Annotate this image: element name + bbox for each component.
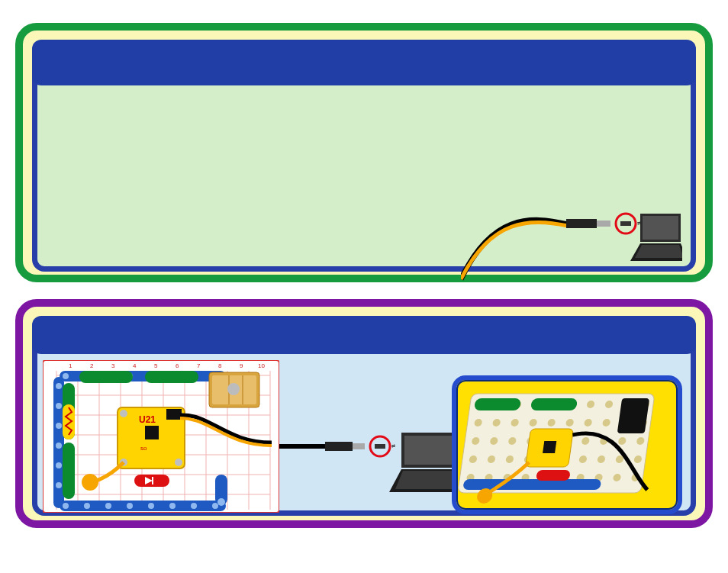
module-label: U21 bbox=[279, 360, 280, 361]
svg-point-61 bbox=[56, 462, 62, 468]
svg-text:⇄: ⇄ bbox=[391, 444, 395, 449]
svg-point-49 bbox=[63, 503, 69, 509]
svg-rect-151 bbox=[617, 398, 649, 433]
svg-marker-6 bbox=[643, 216, 678, 240]
svg-rect-1 bbox=[597, 221, 610, 227]
svg-text:10: 10 bbox=[258, 362, 265, 369]
svg-marker-94 bbox=[404, 436, 456, 465]
svg-point-60 bbox=[56, 443, 62, 449]
usb-to-laptop-illustration-top: ⇄ bbox=[461, 208, 682, 281]
svg-text:so: so bbox=[140, 445, 147, 452]
svg-text:2: 2 bbox=[90, 362, 94, 369]
svg-rect-64 bbox=[63, 443, 75, 499]
circuit-grid-diagram: 123 456 789 10 bbox=[43, 360, 279, 513]
svg-rect-88 bbox=[325, 442, 353, 451]
svg-point-72 bbox=[227, 383, 240, 395]
svg-rect-0 bbox=[566, 219, 597, 228]
usb-to-laptop-illustration-bottom: ⇄ bbox=[279, 425, 478, 501]
svg-point-58 bbox=[56, 403, 62, 409]
svg-text:9: 9 bbox=[240, 362, 243, 369]
svg-marker-8 bbox=[635, 245, 682, 258]
svg-text:5: 5 bbox=[154, 362, 158, 369]
panel-top-header bbox=[32, 40, 696, 85]
svg-rect-150 bbox=[462, 479, 601, 490]
svg-point-50 bbox=[84, 503, 90, 509]
svg-point-62 bbox=[56, 482, 62, 488]
circuit-photo bbox=[452, 375, 682, 514]
svg-text:6: 6 bbox=[176, 362, 179, 369]
svg-point-59 bbox=[56, 423, 62, 429]
svg-rect-149 bbox=[530, 398, 578, 410]
panel-bottom-header bbox=[32, 316, 696, 354]
svg-rect-148 bbox=[474, 398, 521, 410]
svg-point-80 bbox=[175, 459, 182, 466]
svg-rect-153 bbox=[543, 441, 556, 453]
svg-rect-91 bbox=[375, 444, 385, 449]
page: ⇄ 123 45 bbox=[15, 23, 713, 528]
svg-rect-89 bbox=[353, 443, 365, 449]
svg-point-54 bbox=[169, 503, 176, 509]
svg-text:1: 1 bbox=[69, 362, 72, 369]
panel-bottom: 123 456 789 10 bbox=[15, 299, 713, 528]
svg-point-51 bbox=[105, 503, 111, 509]
svg-point-55 bbox=[191, 503, 197, 509]
svg-rect-3 bbox=[620, 221, 631, 226]
svg-point-87 bbox=[217, 498, 225, 506]
panel-top: ⇄ bbox=[15, 23, 713, 282]
svg-rect-154 bbox=[536, 470, 571, 481]
svg-rect-66 bbox=[145, 371, 198, 383]
svg-rect-65 bbox=[79, 371, 133, 383]
svg-point-77 bbox=[120, 410, 127, 417]
svg-point-53 bbox=[148, 503, 154, 509]
svg-point-52 bbox=[127, 503, 133, 509]
svg-text:4: 4 bbox=[133, 362, 137, 369]
svg-rect-81 bbox=[166, 409, 182, 420]
svg-rect-74 bbox=[145, 426, 159, 439]
svg-text:U21: U21 bbox=[139, 414, 156, 425]
svg-text:3: 3 bbox=[111, 362, 115, 369]
svg-point-56 bbox=[212, 503, 218, 509]
svg-point-82 bbox=[82, 474, 98, 491]
svg-text:8: 8 bbox=[218, 362, 222, 369]
svg-point-41 bbox=[63, 373, 69, 379]
svg-point-57 bbox=[56, 383, 62, 389]
svg-text:7: 7 bbox=[197, 362, 201, 369]
panel-bottom-content: 123 456 789 10 bbox=[43, 360, 685, 507]
